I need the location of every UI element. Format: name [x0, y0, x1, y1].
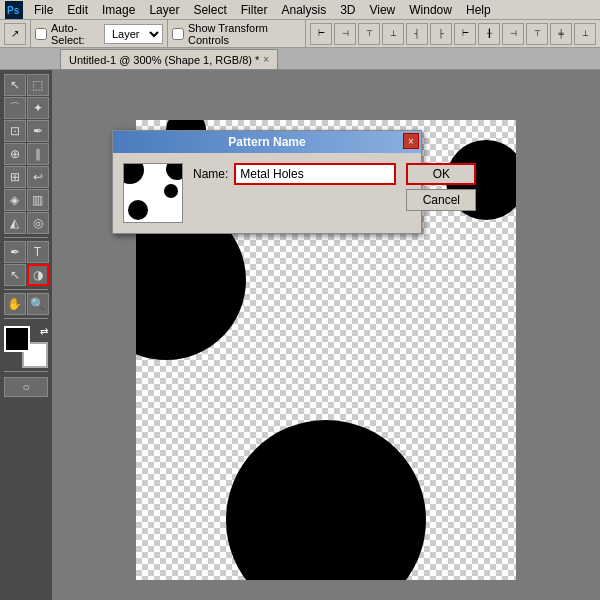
- preview-dot-tr: [166, 163, 183, 180]
- distrib-middle-btn[interactable]: ╪: [550, 23, 572, 45]
- tool-row-8: ✒ T: [4, 241, 49, 263]
- toolbar-move-icon[interactable]: ↗: [4, 23, 26, 45]
- menu-analysis[interactable]: Analysis: [275, 2, 332, 18]
- toolbar-align-section: ⊢ ⊣ ⊤ ⊥ ┤ ├ ⊢ ╂ ⊣ ⊤ ╪ ⊥: [310, 23, 596, 45]
- menu-edit[interactable]: Edit: [61, 2, 94, 18]
- tool-row-10: ✋ 🔍: [4, 293, 49, 315]
- color-swatches: ⇄: [4, 326, 48, 368]
- menu-bar: Ps File Edit Image Layer Select Filter A…: [0, 0, 600, 20]
- distrib-right-btn[interactable]: ⊣: [502, 23, 524, 45]
- dialog-close-button[interactable]: ×: [403, 133, 419, 149]
- main-layout: ↖ ⬚ ⌒ ✦ ⊡ ✒ ⊕ ∥ ⊞ ↩ ◈ ▥ ◭ ◎ ✒ T: [0, 70, 600, 600]
- tool-row-9: ↖ ◑: [4, 264, 49, 286]
- pattern-name-input[interactable]: [234, 163, 396, 185]
- marquee-tool-btn[interactable]: ⬚: [27, 74, 49, 96]
- blur-btn[interactable]: ◭: [4, 212, 26, 234]
- magic-wand-btn[interactable]: ✦: [27, 97, 49, 119]
- menu-window[interactable]: Window: [403, 2, 458, 18]
- hand-tool-btn[interactable]: ✋: [4, 293, 26, 315]
- tool-row-6: ◈ ▥: [4, 189, 49, 211]
- pattern-name-dialog[interactable]: Pattern Name × Name:: [112, 130, 422, 234]
- dialog-buttons: OK Cancel: [406, 163, 476, 223]
- path-selection-btn[interactable]: ↖: [4, 264, 26, 286]
- tool-row-4: ⊕ ∥: [4, 143, 49, 165]
- svg-text:Ps: Ps: [7, 5, 20, 16]
- menu-file[interactable]: File: [28, 2, 59, 18]
- menu-filter[interactable]: Filter: [235, 2, 274, 18]
- align-bottom-btn[interactable]: ├: [430, 23, 452, 45]
- toolbar-transform-section: Show Transform Controls: [172, 20, 306, 47]
- toolbox: ↖ ⬚ ⌒ ✦ ⊡ ✒ ⊕ ∥ ⊞ ↩ ◈ ▥ ◭ ◎ ✒ T: [0, 70, 52, 600]
- menu-view[interactable]: View: [363, 2, 401, 18]
- swap-colors-icon[interactable]: ⇄: [40, 326, 48, 337]
- document-tab[interactable]: Untitled-1 @ 300% (Shape 1, RGB/8) * ×: [60, 49, 278, 69]
- move-tool-btn[interactable]: ↖: [4, 74, 26, 96]
- align-middle-btn[interactable]: ┤: [406, 23, 428, 45]
- align-left-btn[interactable]: ⊢: [310, 23, 332, 45]
- eraser-btn[interactable]: ◈: [4, 189, 26, 211]
- pen-tool-btn[interactable]: ✒: [4, 241, 26, 263]
- tool-row-3: ⊡ ✒: [4, 120, 49, 142]
- tool-divider-1: [4, 237, 48, 238]
- tab-bar: Untitled-1 @ 300% (Shape 1, RGB/8) * ×: [0, 48, 600, 70]
- tab-close-btn[interactable]: ×: [263, 54, 269, 65]
- crop-tool-btn[interactable]: ⊡: [4, 120, 26, 142]
- tab-title: Untitled-1 @ 300% (Shape 1, RGB/8) *: [69, 54, 259, 66]
- name-label: Name:: [193, 167, 228, 181]
- dialog-body: Name: OK Cancel: [113, 153, 421, 233]
- align-top-btn[interactable]: ⊥: [382, 23, 404, 45]
- eyedropper-btn[interactable]: ✒: [27, 120, 49, 142]
- distrib-center-btn[interactable]: ╂: [478, 23, 500, 45]
- healing-brush-btn[interactable]: ⊕: [4, 143, 26, 165]
- menu-select[interactable]: Select: [187, 2, 232, 18]
- canvas-area[interactable]: Pattern Name × Name:: [52, 70, 600, 600]
- menu-3d[interactable]: 3D: [334, 2, 361, 18]
- tool-row-1: ↖ ⬚: [4, 74, 49, 96]
- dialog-title: Pattern Name: [228, 135, 305, 149]
- distrib-bottom-btn[interactable]: ⊥: [574, 23, 596, 45]
- tool-row-5: ⊞ ↩: [4, 166, 49, 188]
- auto-select-label: Auto-Select:: [51, 22, 100, 46]
- type-tool-btn[interactable]: T: [27, 241, 49, 263]
- cancel-button[interactable]: Cancel: [406, 189, 476, 211]
- tool-row-7: ◭ ◎: [4, 212, 49, 234]
- gradient-btn[interactable]: ▥: [27, 189, 49, 211]
- ok-button[interactable]: OK: [406, 163, 476, 185]
- distrib-left-btn[interactable]: ⊢: [454, 23, 476, 45]
- shape-tool-btn[interactable]: ◑: [27, 264, 49, 286]
- tool-row-2: ⌒ ✦: [4, 97, 49, 119]
- menu-layer[interactable]: Layer: [143, 2, 185, 18]
- name-row: Name:: [193, 163, 396, 185]
- toolbar-move-section: ↗: [4, 20, 31, 47]
- zoom-tool-btn[interactable]: 🔍: [27, 293, 49, 315]
- align-right-btn[interactable]: ⊤: [358, 23, 380, 45]
- history-brush-btn[interactable]: ↩: [27, 166, 49, 188]
- dialog-titlebar: Pattern Name ×: [113, 131, 421, 153]
- tool-divider-2: [4, 289, 48, 290]
- tool-divider-3: [4, 318, 48, 319]
- preview-dot-tl: [123, 163, 144, 184]
- dialog-pattern-preview: [123, 163, 183, 223]
- align-center-btn[interactable]: ⊣: [334, 23, 356, 45]
- dialog-right-panel: Name:: [193, 163, 396, 223]
- preview-dot-bl: [128, 200, 148, 220]
- options-bar: ↗ Auto-Select: Layer Group Show Transfor…: [0, 20, 600, 48]
- menu-help[interactable]: Help: [460, 2, 497, 18]
- quick-mask-btn[interactable]: ○: [4, 377, 48, 397]
- brush-tool-btn[interactable]: ∥: [27, 143, 49, 165]
- menu-items: File Edit Image Layer Select Filter Anal…: [28, 2, 497, 18]
- dodge-btn[interactable]: ◎: [27, 212, 49, 234]
- lasso-tool-btn[interactable]: ⌒: [4, 97, 26, 119]
- toolbar-autoselect-section: Auto-Select: Layer Group: [35, 20, 168, 47]
- menu-image[interactable]: Image: [96, 2, 141, 18]
- auto-select-dropdown[interactable]: Layer Group: [104, 24, 163, 44]
- tool-divider-4: [4, 371, 48, 372]
- clone-stamp-btn[interactable]: ⊞: [4, 166, 26, 188]
- auto-select-checkbox[interactable]: [35, 28, 47, 40]
- preview-dot-br: [164, 184, 178, 198]
- show-transform-checkbox[interactable]: [172, 28, 184, 40]
- ps-logo: Ps: [4, 1, 24, 19]
- show-transform-label: Show Transform Controls: [188, 22, 301, 46]
- foreground-color-swatch[interactable]: [4, 326, 30, 352]
- distrib-top-btn[interactable]: ⊤: [526, 23, 548, 45]
